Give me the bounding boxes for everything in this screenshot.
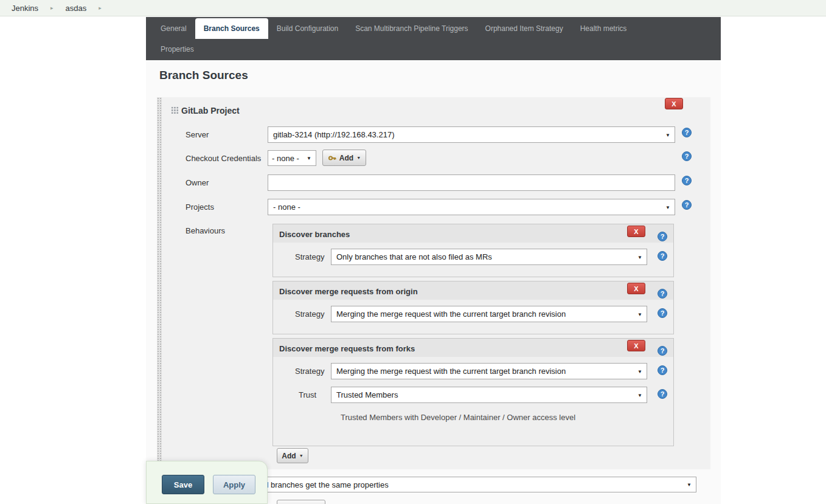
strategy-select-value: Merging the merge request with the curre… <box>336 367 566 376</box>
strategy-help-icon[interactable]: ? <box>658 365 667 375</box>
gitlab-project-panel: GitLab Project X Server gitlab-3214 (htt… <box>157 97 710 469</box>
strategy-select-value: Merging the merge request with the curre… <box>336 309 566 319</box>
tab-properties[interactable]: Properties <box>152 40 203 58</box>
trust-note: Trusted Members with Developer / Maintai… <box>341 413 575 422</box>
content-area: Branch Sources GitLab Project X Server g… <box>146 60 721 504</box>
chevron-down-icon: ▼ <box>637 392 642 398</box>
behaviour-block-discover-branches: Discover branches X ? Strategy Only bran… <box>272 224 674 277</box>
add-behaviour-button[interactable]: Add ▼ <box>277 448 308 463</box>
server-help-icon[interactable]: ? <box>682 128 692 137</box>
breadcrumb-separator-icon: ▸ <box>99 5 102 11</box>
strategy-select-value: Only branches that are not also filed as… <box>336 252 492 261</box>
behaviour-block-title: Discover branches <box>279 230 350 239</box>
strategy-help-icon[interactable]: ? <box>658 308 667 318</box>
projects-label: Projects <box>186 202 214 212</box>
tab-health-metrics[interactable]: Health metrics <box>572 18 636 39</box>
add-credentials-label: Add <box>339 154 353 162</box>
config-tab-bar: General Branch Sources Build Configurati… <box>146 17 721 60</box>
chevron-down-icon: ▼ <box>356 156 361 160</box>
owner-input[interactable] <box>268 174 675 191</box>
delete-discover-mr-forks-button[interactable]: X <box>627 340 645 351</box>
discover-mr-origin-strategy-select[interactable]: Merging the merge request with the curre… <box>331 306 647 322</box>
behaviour-block-title: Discover merge requests from forks <box>279 344 415 353</box>
checkout-credentials-select[interactable]: - none - ▼ <box>268 150 316 166</box>
delete-discover-mr-origin-button[interactable]: X <box>627 283 645 294</box>
discover-mr-forks-strategy-select[interactable]: Merging the merge request with the curre… <box>331 363 647 379</box>
projects-select-value: - none - <box>273 202 300 212</box>
server-label: Server <box>186 130 209 139</box>
add-credentials-button[interactable]: Add ▼ <box>322 150 366 166</box>
breadcrumb: Jenkins ▸ asdas ▸ <box>0 0 826 16</box>
checkout-credentials-label: Checkout Credentials <box>186 154 261 163</box>
strategy-label: Strategy <box>295 367 324 376</box>
add-property-button-partial[interactable] <box>277 500 325 504</box>
tab-orphaned-item-strategy[interactable]: Orphaned Item Strategy <box>477 18 572 39</box>
chevron-down-icon: ▼ <box>665 132 670 137</box>
strategy-label: Strategy <box>295 309 324 319</box>
server-select[interactable]: gitlab-3214 (http://192.168.43.217) ▼ <box>268 126 675 143</box>
discover-branches-strategy-select[interactable]: Only branches that are not also filed as… <box>331 249 647 265</box>
trust-label: Trust <box>299 390 316 399</box>
checkout-credentials-value: - none - <box>272 154 299 163</box>
breadcrumb-item-asdas[interactable]: asdas <box>66 4 87 13</box>
breadcrumb-separator-icon: ▸ <box>50 5 54 11</box>
gitlab-project-title: GitLab Project <box>181 106 240 116</box>
save-button[interactable]: Save <box>162 475 204 494</box>
tab-row-2: Properties <box>152 40 721 58</box>
behaviour-block-discover-mr-origin: Discover merge requests from origin X ? … <box>272 281 674 334</box>
chevron-down-icon: ▼ <box>687 482 692 488</box>
page-title: Branch Sources <box>159 69 248 82</box>
trust-select-value: Trusted Members <box>336 390 398 399</box>
tab-branch-sources[interactable]: Branch Sources <box>195 18 268 39</box>
strategy-label: Strategy <box>295 252 324 261</box>
projects-select[interactable]: - none - ▼ <box>268 199 675 215</box>
tab-scan-multibranch-pipeline-triggers[interactable]: Scan Multibranch Pipeline Triggers <box>347 18 476 39</box>
delete-discover-branches-button[interactable]: X <box>627 226 645 237</box>
drag-handle-icon[interactable] <box>171 106 179 114</box>
tab-build-configuration[interactable]: Build Configuration <box>268 18 347 39</box>
chevron-down-icon: ▼ <box>637 368 642 374</box>
tab-row-1: General Branch Sources Build Configurati… <box>152 18 721 39</box>
chevron-down-icon: ▼ <box>637 254 642 260</box>
drag-handle-strip[interactable] <box>157 97 162 469</box>
behaviour-block-discover-mr-forks: Discover merge requests from forks X ? S… <box>272 338 674 446</box>
owner-label: Owner <box>186 178 209 187</box>
trust-help-icon[interactable]: ? <box>658 389 667 399</box>
chevron-down-icon: ▼ <box>637 311 642 317</box>
checkout-credentials-help-icon[interactable]: ? <box>682 151 692 161</box>
projects-help-icon[interactable]: ? <box>682 200 692 210</box>
server-select-value: gitlab-3214 (http://192.168.43.217) <box>273 130 394 139</box>
tab-general[interactable]: General <box>152 18 195 39</box>
add-behaviour-label: Add <box>282 452 296 460</box>
jenkins-config-page: Jenkins ▸ asdas ▸ General Branch Sources… <box>0 0 826 504</box>
chevron-down-icon: ▼ <box>307 156 311 161</box>
apply-button[interactable]: Apply <box>213 475 255 494</box>
strategy-help-icon[interactable]: ? <box>658 251 667 261</box>
behaviour-block-title: Discover merge requests from origin <box>279 287 418 296</box>
trust-select[interactable]: Trusted Members ▼ <box>331 387 647 403</box>
chevron-down-icon: ▼ <box>299 454 304 458</box>
owner-help-icon[interactable]: ? <box>682 176 692 185</box>
behaviours-label: Behaviours <box>186 226 225 235</box>
discover-mr-forks-help-icon[interactable]: ? <box>658 346 667 356</box>
discover-branches-help-icon[interactable]: ? <box>658 232 667 241</box>
key-icon <box>328 154 336 162</box>
property-strategy-select[interactable]: All branches get the same properties ▼ <box>254 477 696 492</box>
chevron-down-icon: ▼ <box>665 204 670 210</box>
breadcrumb-item-jenkins[interactable]: Jenkins <box>12 4 38 13</box>
discover-mr-origin-help-icon[interactable]: ? <box>658 289 667 299</box>
property-strategy-value: All branches get the same properties <box>260 480 389 489</box>
delete-gitlab-project-button[interactable]: X <box>665 98 683 109</box>
bottom-save-bar: Save Apply <box>146 461 268 504</box>
